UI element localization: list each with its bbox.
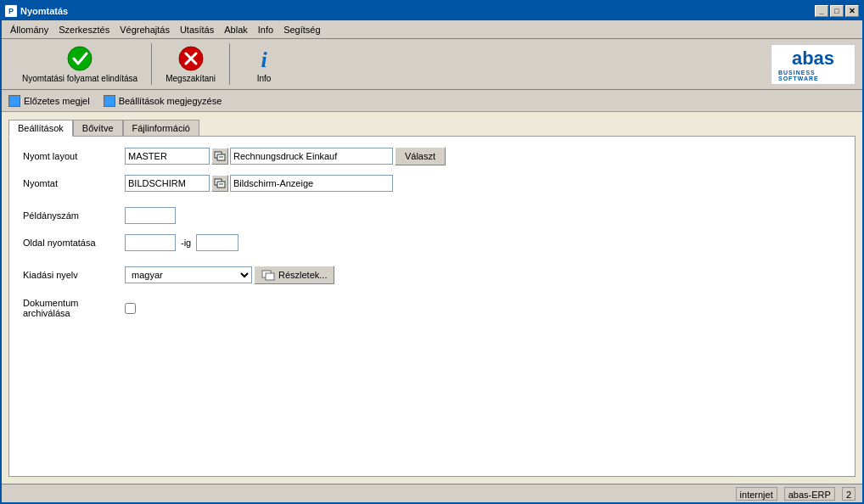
print-label: Nyomtat (23, 178, 125, 188)
settings-note-label: Beállítások megjegyzése (119, 96, 222, 106)
toolbar-info[interactable]: i Info (230, 43, 298, 85)
content-area: Beállítások Bővítve Fájlinformáció Nyomt… (2, 112, 862, 484)
oldal-separator: -ig (177, 238, 194, 248)
abas-logo-box: abas BUSINESS SOFTWARE (771, 44, 856, 85)
title-bar-buttons: _ □ ✕ (815, 5, 859, 17)
abas-brand: abas (792, 48, 834, 70)
kiadas-field-group: magyar Részletek... (125, 266, 334, 284)
dokumentum-field-group (125, 303, 136, 314)
kiadas-row: Kiadási nyelv magyar Részletek... (23, 266, 841, 284)
menu-utasitas[interactable]: Utasítás (175, 23, 219, 36)
info-label: Info (257, 74, 272, 83)
window-title: Nyomtatás (20, 6, 68, 16)
oldal-from-input[interactable] (125, 234, 176, 251)
menu-szerkesztes[interactable]: Szerkesztés (53, 23, 115, 36)
oldal-row: Oldal nyomtatása -ig (23, 233, 841, 252)
start-print-icon (66, 45, 93, 72)
tabs-bar: Beállítások Bővítve Fájlinformáció (8, 119, 856, 136)
layout-row: Nyomt layout Választ (23, 147, 841, 165)
toolbar: Nyomtatási folyamat elindítása Megszakít… (2, 39, 862, 90)
oldal-label: Oldal nyomtatása (23, 238, 125, 248)
peldanyszam-input[interactable] (125, 207, 176, 224)
valaszt-button[interactable]: Választ (395, 147, 446, 165)
svg-point-0 (68, 47, 92, 70)
layout-label: Nyomt layout (23, 151, 125, 161)
title-bar-left: P Nyomtatás (5, 5, 68, 17)
layout-input[interactable] (125, 148, 210, 165)
svg-text:i: i (261, 48, 267, 70)
reszletek-label: Részletek... (278, 270, 327, 280)
cancel-label: Megszakítani (166, 74, 216, 83)
menu-allomany[interactable]: Állomány (5, 23, 53, 36)
abas-tagline: BUSINESS SOFTWARE (778, 70, 848, 81)
svg-rect-12 (266, 273, 274, 280)
main-window: P Nyomtatás _ □ ✕ Állomány Szerkesztés V… (0, 0, 864, 504)
oldal-field-group: -ig (125, 234, 238, 251)
menu-bar: Állomány Szerkesztés Végrehajtás Utasítá… (2, 20, 862, 39)
status-erp: abas-ERP (784, 487, 835, 501)
preview-label: Előzetes megjel (24, 96, 90, 106)
maximize-button[interactable]: □ (830, 5, 844, 17)
menu-segitseg[interactable]: Segítség (278, 23, 325, 36)
print-field-group (125, 175, 393, 192)
info-icon: i (250, 45, 278, 72)
toolbar-start-print[interactable]: Nyomtatási folyamat elindítása (8, 43, 152, 85)
toolbar-cancel[interactable]: Megszakítani (152, 43, 230, 85)
start-print-label: Nyomtatási folyamat elindítása (22, 74, 137, 83)
print-browse-button[interactable] (211, 175, 228, 192)
print-description-input[interactable] (230, 175, 393, 192)
window-icon: P (5, 5, 17, 17)
menu-info[interactable]: Info (253, 23, 278, 36)
dokumentum-row: Dokumentum archiválása (23, 298, 841, 318)
peldanyszam-field-group (125, 207, 176, 224)
title-bar: P Nyomtatás _ □ ✕ (2, 2, 862, 20)
tab-bovitve[interactable]: Bővítve (73, 120, 123, 137)
minimize-button[interactable]: _ (815, 5, 828, 17)
oldal-to-input[interactable] (196, 234, 238, 251)
menu-vegrehajtás[interactable]: Végrehajtás (115, 23, 175, 36)
tab-panel-beallitasok: Nyomt layout Választ Nyomta (8, 136, 856, 477)
settings-note-checkbox-label[interactable]: Beállítások megjegyzése (104, 95, 222, 107)
cancel-icon (177, 45, 205, 72)
preview-checkbox-label[interactable]: Előzetes megjel (8, 95, 90, 107)
layout-browse-button[interactable] (211, 148, 228, 165)
kiadas-label: Kiadási nyelv (23, 270, 125, 280)
preview-cb-indicator (8, 95, 20, 107)
kiadas-select[interactable]: magyar (125, 266, 252, 283)
abas-logo: abas BUSINESS SOFTWARE (771, 44, 856, 85)
dokumentum-checkbox[interactable] (125, 303, 136, 314)
layout-description-input[interactable] (230, 148, 393, 165)
status-num: 2 (842, 487, 856, 501)
settings-note-cb-indicator (104, 95, 115, 107)
close-button[interactable]: ✕ (845, 5, 859, 17)
tab-beallitasok[interactable]: Beállítások (8, 120, 73, 137)
dokumentum-label: Dokumentum archiválása (23, 298, 125, 318)
tab-fajlinformacio[interactable]: Fájlinformáció (123, 120, 199, 137)
menu-ablak[interactable]: Ablak (219, 23, 253, 36)
options-bar: Előzetes megjel Beállítások megjegyzése (2, 90, 862, 112)
print-row: Nyomtat (23, 174, 841, 193)
peldanyszam-label: Példányszám (23, 210, 125, 221)
reszletek-button[interactable]: Részletek... (254, 266, 334, 284)
layout-field-group: Választ (125, 147, 446, 165)
status-bar: internjet abas-ERP 2 (2, 484, 862, 502)
peldanyszam-row: Példányszám (23, 206, 841, 225)
status-internet: internjet (736, 487, 777, 501)
print-input[interactable] (125, 175, 210, 192)
